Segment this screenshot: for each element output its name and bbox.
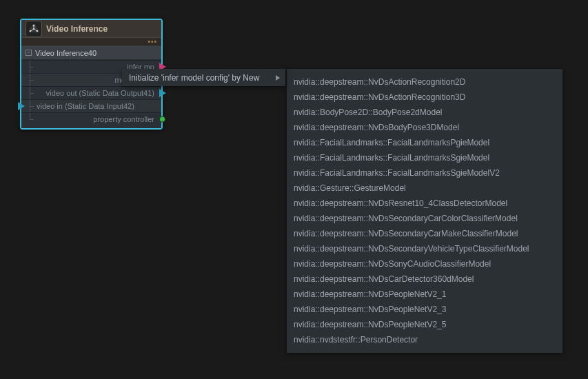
tree-line bbox=[30, 113, 30, 119]
tree-tick bbox=[30, 67, 34, 68]
more-icon[interactable]: ••• bbox=[148, 39, 157, 45]
node-title: Video Inference bbox=[46, 24, 108, 34]
node-row-label: property controller bbox=[93, 115, 154, 123]
input-port[interactable] bbox=[18, 102, 25, 110]
submenu-item[interactable]: nvidia::deepstream::NvDsResnet10_4ClassD… bbox=[287, 196, 562, 211]
submenu-item[interactable]: nvidia::BodyPose2D::BodyPose2dModel bbox=[287, 105, 562, 120]
submenu-item[interactable]: nvidia::nvdstestfr::PersonDetector bbox=[287, 332, 562, 347]
submenu-item[interactable]: nvidia::Gesture::GestureModel bbox=[287, 181, 562, 196]
node-options-strip[interactable]: ••• bbox=[21, 38, 161, 46]
node-instance-name: Video Inference40 bbox=[35, 49, 97, 57]
output-port[interactable] bbox=[159, 89, 166, 97]
context-menu-label: Initialize 'infer model config' by New bbox=[129, 73, 259, 83]
submenu-item[interactable]: nvidia::deepstream::NvDsSecondaryCarColo… bbox=[287, 211, 562, 226]
model-type-submenu: nvidia::deepstream::NvDsActionRecognitio… bbox=[287, 69, 562, 353]
node-header[interactable]: Video Inference bbox=[21, 20, 161, 38]
svg-line-6 bbox=[34, 29, 37, 31]
submenu-item[interactable]: nvidia::deepstream::NvDsCarDetector360dM… bbox=[287, 272, 562, 287]
node-type-icon bbox=[26, 21, 42, 37]
svg-line-5 bbox=[30, 29, 34, 31]
node-row[interactable]: video in (Static Data Input42) bbox=[21, 99, 161, 112]
submenu-item[interactable]: nvidia::deepstream::NvDsPeopleNetV2_5 bbox=[287, 317, 562, 332]
tree-tick bbox=[30, 106, 34, 107]
submenu-item[interactable]: nvidia::FacialLandmarks::FacialLandmarks… bbox=[287, 150, 562, 165]
node-row[interactable]: video out (Static Data Output41) bbox=[21, 86, 161, 99]
node-row-label: video out (Static Data Output41) bbox=[46, 89, 154, 97]
submenu-item[interactable]: nvidia::deepstream::NvDsPeopleNetV2_1 bbox=[287, 287, 562, 302]
submenu-item[interactable]: nvidia::deepstream::NvDsSonyCAudioClassi… bbox=[287, 256, 562, 272]
output-port[interactable] bbox=[159, 116, 165, 123]
submenu-item[interactable]: nvidia::FacialLandmarks::FacialLandmarks… bbox=[287, 135, 562, 150]
node-row-label: video in (Static Data Input42) bbox=[37, 102, 134, 110]
tree-tick bbox=[30, 119, 34, 120]
submenu-item[interactable]: nvidia::FacialLandmarks::FacialLandmarks… bbox=[287, 165, 562, 181]
submenu-item[interactable]: nvidia::deepstream::NvDsActionRecognitio… bbox=[287, 74, 562, 90]
node-subheader[interactable]: − Video Inference40 bbox=[21, 46, 161, 60]
context-menu-item[interactable]: Initialize 'infer model config' by New bbox=[122, 69, 285, 86]
submenu-item[interactable]: nvidia::deepstream::NvDsActionRecognitio… bbox=[287, 90, 562, 105]
tree-tick bbox=[30, 80, 34, 81]
submenu-item[interactable]: nvidia::deepstream::NvDsSecondaryCarMake… bbox=[287, 226, 562, 241]
submenu-item[interactable]: nvidia::deepstream::NvDsPeopleNetV2_3 bbox=[287, 302, 562, 317]
tree-tick bbox=[30, 93, 34, 94]
submenu-item[interactable]: nvidia::deepstream::NvDsSecondaryVehicle… bbox=[287, 241, 562, 256]
submenu-arrow-icon bbox=[276, 75, 280, 81]
submenu-item[interactable]: nvidia::deepstream::NvDsBodyPose3DModel bbox=[287, 120, 562, 135]
node-row[interactable]: property controller bbox=[21, 112, 161, 125]
collapse-icon[interactable]: − bbox=[26, 50, 32, 56]
